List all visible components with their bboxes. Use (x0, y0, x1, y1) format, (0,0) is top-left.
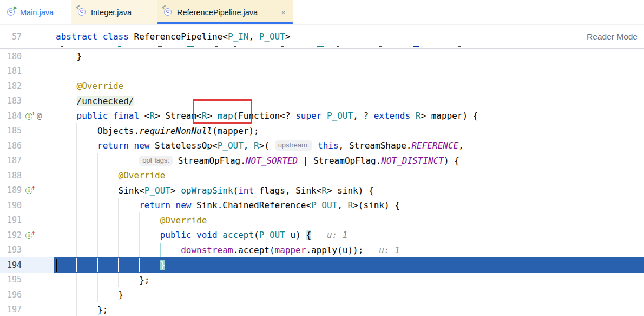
line-number[interactable]: 182 (0, 81, 22, 91)
class-icon: C (78, 8, 86, 16)
gutter-icons: I↑ (25, 186, 35, 195)
line-number[interactable]: 193 (0, 245, 22, 255)
code-token: opWrapSink (181, 185, 233, 196)
code-text[interactable]: } (54, 49, 644, 64)
gutter-icons: I↑ (25, 231, 35, 240)
gutter[interactable]: 187 (0, 153, 54, 169)
code-text[interactable]: @Override (54, 168, 644, 183)
code-text[interactable]: Sink<P_OUT> opWrapSink(int flags, Sink<R… (54, 183, 644, 198)
code-token: .apply(u)); (306, 245, 379, 255)
gutter[interactable]: 195 (0, 273, 54, 288)
code-line-184[interactable]: 184I↑@ public final <R> Stream<R> map(Fu… (0, 108, 644, 124)
annotated-icon[interactable]: @ (37, 111, 42, 121)
code-text[interactable]: return new Sink.ChainedReference<P_OUT, … (54, 198, 644, 213)
line-number[interactable]: 180 (0, 51, 22, 61)
code-line-183[interactable]: 183 /unchecked/ (0, 94, 644, 109)
code-text[interactable]: }; (54, 273, 644, 288)
line-number[interactable]: 191 (0, 215, 22, 225)
code-editor[interactable]: 180 }181182 @Override183 /unchecked/184I… (0, 49, 644, 316)
gutter[interactable]: 197 (0, 302, 54, 316)
gutter[interactable]: 196 (0, 287, 54, 302)
line-number[interactable]: 192 (0, 230, 22, 240)
gutter[interactable]: 190 (0, 198, 54, 213)
code-token (410, 111, 416, 121)
gutter[interactable]: 189I↑ (0, 183, 54, 198)
line-number[interactable]: 187 (0, 156, 22, 165)
reader-mode-toggle[interactable]: Reader Mode (587, 32, 638, 42)
gutter[interactable]: 194 (0, 257, 54, 273)
code-text[interactable]: return new StatelessOp<P_OUT, R>( upstre… (54, 138, 644, 153)
code-line-181[interactable]: 181 (0, 64, 644, 79)
code-line-191[interactable]: 191 @Override (0, 213, 644, 228)
line-number[interactable]: 181 (0, 66, 22, 76)
line-number[interactable]: 190 (0, 201, 22, 210)
tab-integer-java[interactable]: CInteger.java (71, 0, 157, 24)
code-text[interactable]: public final <R> Stream<R> map(Function<… (54, 108, 644, 124)
code-line-186[interactable]: 186 return new StatelessOp<P_OUT, R>( up… (0, 138, 644, 153)
code-line-185[interactable]: 185 Objects.requireNonNull(mapper); (0, 124, 644, 139)
code-line-196[interactable]: 196 } (0, 287, 644, 302)
gutter[interactable]: 181 (0, 64, 54, 79)
gutter[interactable]: 191 (0, 213, 54, 228)
code-text[interactable]: opFlags: StreamOpFlag.NOT_SORTED | Strea… (54, 153, 644, 169)
code-token (56, 215, 160, 225)
line-number[interactable]: 197 (0, 305, 22, 314)
run-overlay-icon: ▶ (14, 5, 17, 10)
code-token (56, 96, 77, 106)
gutter[interactable]: 183 (0, 94, 54, 109)
code-line-193[interactable]: 193 downstream.accept(mapper.apply(u)); … (0, 243, 644, 258)
code-token: > mapper) { (420, 111, 478, 121)
code-token: (mapper); (212, 126, 259, 136)
code-text[interactable]: downstream.accept(mapper.apply(u)); u: 1 (54, 243, 644, 258)
sticky-lines-header[interactable]: 57 abstract class ReferencePipeline<P_IN… (0, 25, 644, 49)
gutter[interactable]: 185 (0, 124, 54, 139)
gutter[interactable]: 193 (0, 243, 54, 258)
code-token: return (97, 140, 129, 151)
override-method-icon[interactable]: I↑ (25, 186, 35, 195)
code-text[interactable]: @Override (54, 79, 644, 94)
gutter[interactable]: 180 (0, 49, 54, 64)
line-number[interactable]: 184 (0, 111, 22, 121)
code-line-195[interactable]: 195 }; (0, 273, 644, 288)
code-line-194[interactable]: 194 } (0, 257, 644, 273)
code-text[interactable]: } (54, 287, 644, 302)
obscured-code-fragment (317, 46, 324, 47)
override-method-icon[interactable]: I↑ (25, 112, 35, 120)
tab-referencepipeline-java[interactable]: CReferencePipeline.java× (157, 0, 293, 24)
editor-tab-bar: C▶Main.javaCInteger.javaCReferencePipeli… (0, 0, 644, 25)
line-number[interactable]: 188 (0, 171, 22, 180)
gutter[interactable]: 186 (0, 138, 54, 153)
code-token: P_OUT (144, 185, 170, 196)
code-line-180[interactable]: 180 } (0, 49, 644, 64)
override-method-icon[interactable]: I↑ (25, 231, 35, 240)
code-text[interactable]: /unchecked/ (54, 94, 644, 109)
code-text[interactable]: public void accept(P_OUT u) { u: 1 (54, 228, 644, 243)
class-run-icon: C▶ (6, 8, 16, 17)
gutter[interactable]: 188 (0, 168, 54, 183)
code-line-190[interactable]: 190 return new Sink.ChainedReference<P_O… (0, 198, 644, 213)
code-text[interactable]: }; (54, 302, 644, 316)
code-text[interactable]: @Override (54, 213, 644, 228)
line-number[interactable]: 194 (0, 260, 22, 270)
tab-main-java[interactable]: C▶Main.java (0, 0, 71, 24)
gutter[interactable]: 184I↑@ (0, 108, 54, 124)
line-number[interactable]: 189 (0, 185, 22, 195)
gutter[interactable]: 192I↑ (0, 228, 54, 243)
code-line-197[interactable]: 197 }; (0, 302, 644, 316)
gutter[interactable]: 182 (0, 79, 54, 94)
code-line-189[interactable]: 189I↑ Sink<P_OUT> opWrapSink(int flags, … (0, 183, 644, 198)
code-text[interactable] (54, 64, 644, 79)
code-token: R (149, 111, 155, 121)
line-number[interactable]: 196 (0, 290, 22, 300)
line-number[interactable]: 195 (0, 275, 22, 285)
code-line-188[interactable]: 188 @Override (0, 168, 644, 183)
code-text[interactable]: Objects.requireNonNull(mapper); (54, 124, 644, 139)
line-number[interactable]: 185 (0, 126, 22, 136)
line-number[interactable]: 186 (0, 141, 22, 151)
code-line-187[interactable]: 187 opFlags: StreamOpFlag.NOT_SORTED | S… (0, 153, 644, 169)
close-tab-icon[interactable]: × (281, 8, 286, 16)
code-line-182[interactable]: 182 @Override (0, 79, 644, 94)
line-number[interactable]: 183 (0, 96, 22, 106)
code-line-192[interactable]: 192I↑ public void accept(P_OUT u) { u: 1 (0, 228, 644, 243)
code-text[interactable]: } (54, 257, 644, 273)
